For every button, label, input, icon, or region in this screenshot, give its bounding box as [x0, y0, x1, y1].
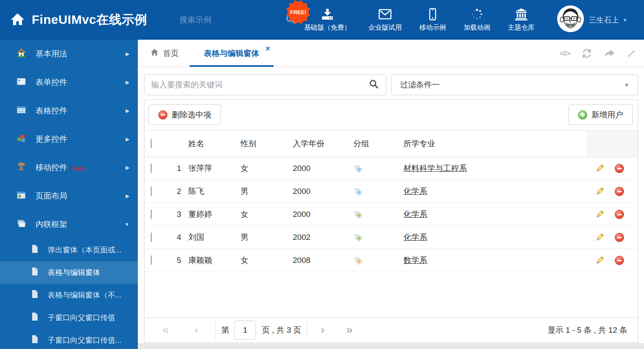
avatar[interactable]: [557, 5, 584, 32]
table-row[interactable]: 1 张萍萍 女 2000 材料科学与工程系: [145, 157, 638, 180]
major-link[interactable]: 材料科学与工程系: [403, 164, 467, 173]
corp-badge: Corp.: [72, 165, 86, 172]
sidebar-subitem[interactable]: 弹出窗体（本页面或...: [0, 239, 138, 261]
cell-year: 2000: [293, 187, 353, 196]
delete-icon[interactable]: [615, 187, 624, 196]
filter-dropdown[interactable]: 过滤条件一 ▼: [391, 74, 638, 95]
chevron-down-icon: ▼: [124, 222, 129, 227]
app-title: FineUIMvc在线示例: [32, 11, 147, 28]
sidebar-item[interactable]: 表单控件 ▶: [0, 68, 138, 97]
search-icon[interactable]: [368, 79, 379, 91]
select-all-checkbox[interactable]: [151, 139, 152, 148]
sidebar-item-label: 表格控件: [35, 105, 67, 116]
column-header-major[interactable]: 所学专业: [403, 138, 587, 149]
page-suffix-label: 页 , 共 3 页: [262, 325, 301, 336]
table-row[interactable]: 5 康颖颖 女 2008 数学系: [145, 249, 638, 272]
header-nav-item[interactable]: 企业版试用: [368, 8, 402, 32]
chevron-right-icon: ▶: [126, 136, 129, 142]
delete-icon[interactable]: [615, 256, 624, 265]
sidebar-subitem[interactable]: 表格与编辑窗体: [0, 261, 138, 284]
row-checkbox[interactable]: [151, 163, 152, 173]
table-row[interactable]: 3 董婷婷 女 2000 化学系: [145, 203, 638, 226]
cell-name: 张萍萍: [188, 163, 241, 174]
nav-item-label: 加载动画: [464, 23, 490, 32]
sidebar-item[interactable]: 表格控件 ▶: [0, 97, 138, 125]
sidebar-item[interactable]: 基本用法 ▶: [0, 40, 138, 68]
expand-icon[interactable]: [626, 48, 636, 59]
column-header-name[interactable]: 姓名: [188, 138, 241, 149]
tag-icon: [353, 210, 403, 219]
edit-icon[interactable]: [595, 186, 605, 196]
sidebar-item[interactable]: 内联框架 ▼: [0, 210, 138, 239]
sidebar-subitem[interactable]: 表格与编辑窗体（不...: [0, 284, 138, 306]
sidebar-item[interactable]: 页面布局 ▶: [0, 182, 138, 210]
view-source-icon[interactable]: </>: [560, 49, 570, 58]
column-header-group[interactable]: 分组: [353, 138, 403, 149]
sidebar-subitem[interactable]: 子窗口向父窗口传值: [0, 306, 138, 329]
table-row[interactable]: 4 刘国 男 2002 化学系: [145, 226, 638, 249]
header-nav-item[interactable]: 主题仓库: [508, 8, 535, 32]
keyword-search-input[interactable]: [151, 80, 368, 89]
tab-label: 表格与编辑窗体: [204, 48, 259, 59]
form-icon: [17, 77, 26, 88]
row-checkbox[interactable]: [151, 186, 152, 196]
major-link[interactable]: 数学系: [403, 256, 427, 265]
file-icon: [31, 290, 38, 301]
download-icon: [320, 8, 335, 20]
sidebar-subitem[interactable]: 子窗口向父窗口传值...: [0, 329, 138, 349]
table-row[interactable]: 2 陈飞 男 2000 化学系: [145, 180, 638, 203]
chevron-right-icon: ▶: [126, 193, 129, 199]
prev-page-button[interactable]: ‹: [195, 324, 198, 336]
page-number-input[interactable]: [234, 321, 256, 340]
page-prefix-label: 第: [221, 325, 229, 336]
last-page-button[interactable]: »: [346, 324, 352, 336]
share-icon[interactable]: [603, 48, 615, 59]
edit-icon[interactable]: [595, 209, 605, 219]
cell-gender: 男: [241, 186, 293, 197]
tab-bar: 首页 表格与编辑窗体 × </>: [138, 40, 644, 67]
home-icon: [10, 13, 25, 28]
cell-gender: 男: [241, 232, 293, 243]
close-icon[interactable]: ×: [265, 44, 270, 53]
cell-name: 刘国: [188, 232, 241, 243]
bank-icon: [514, 8, 528, 20]
row-checkbox[interactable]: [151, 255, 152, 265]
column-header-gender[interactable]: 性别: [241, 138, 293, 149]
tab-grid-edit-window[interactable]: 表格与编辑窗体 ×: [190, 40, 274, 67]
cell-year: 2000: [293, 210, 353, 219]
delete-selected-button[interactable]: 删除选中项: [149, 104, 221, 125]
chevron-right-icon: ▶: [126, 79, 129, 85]
delete-icon[interactable]: [615, 210, 624, 219]
header-nav-item[interactable]: 基础版（免费）: [304, 8, 351, 32]
major-link[interactable]: 化学系: [403, 233, 427, 242]
header-search-input[interactable]: [180, 15, 282, 25]
add-user-button[interactable]: 新增用户: [568, 104, 633, 125]
row-checkbox[interactable]: [151, 209, 152, 219]
edit-icon[interactable]: [595, 163, 605, 173]
chevron-down-icon: ▼: [623, 18, 627, 23]
header-search[interactable]: [180, 12, 269, 28]
header-nav-item[interactable]: 加载动画: [464, 8, 490, 32]
major-link[interactable]: 化学系: [403, 210, 427, 219]
delete-icon[interactable]: [615, 233, 624, 242]
spinner-icon: [471, 8, 483, 20]
antenna-icon: [17, 162, 26, 173]
header-nav-item[interactable]: 移动示例: [419, 8, 446, 32]
keyword-search[interactable]: [144, 74, 386, 95]
user-menu[interactable]: 三生石上 ▼: [589, 0, 627, 40]
tab-home[interactable]: 首页: [150, 40, 179, 67]
edit-icon[interactable]: [595, 232, 605, 242]
logo[interactable]: FineUIMvc在线示例: [10, 0, 147, 40]
chevron-down-icon: ▼: [624, 82, 629, 88]
delete-icon[interactable]: [615, 164, 624, 173]
mobile-icon: [428, 8, 437, 20]
next-page-button[interactable]: ›: [321, 324, 325, 336]
sidebar-item[interactable]: 移动控件 Corp. ▶: [0, 153, 138, 182]
column-header-year[interactable]: 入学年份: [293, 138, 353, 149]
edit-icon[interactable]: [595, 255, 605, 265]
row-checkbox[interactable]: [151, 232, 152, 242]
refresh-icon[interactable]: [581, 48, 592, 59]
first-page-button[interactable]: «: [162, 324, 169, 336]
sidebar-item[interactable]: 更多控件 ▶: [0, 125, 138, 153]
major-link[interactable]: 化学系: [403, 187, 427, 196]
